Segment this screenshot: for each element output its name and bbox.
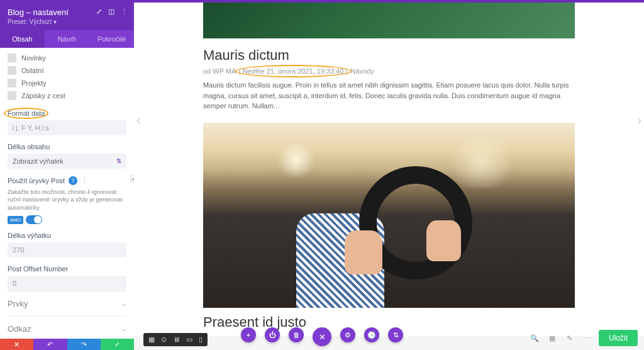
- accordion-link[interactable]: Odkaz⌄: [8, 316, 126, 339]
- layout-icon[interactable]: ◫: [108, 8, 114, 16]
- confirm-button[interactable]: ✓: [101, 339, 134, 350]
- search-icon[interactable]: 🔍: [528, 332, 541, 344]
- excerpt-length-input[interactable]: [8, 242, 126, 257]
- category-item[interactable]: Ostatní: [8, 64, 126, 77]
- settings-sidebar: Blog – nastavení Preset: Výchozí ▾ ⤢ ◫ ⋮…: [0, 3, 134, 350]
- close-button[interactable]: ✕: [0, 339, 33, 350]
- prev-arrow-icon[interactable]: ‹: [136, 113, 141, 127]
- tab-design[interactable]: Návrh: [45, 30, 89, 48]
- content-length-label: Délka obsahu: [8, 143, 126, 150]
- tab-advanced[interactable]: Pokročilé: [89, 30, 134, 48]
- view-toolbar: ▦ ⊙ 🖥 ▭ ▯: [143, 333, 208, 346]
- desktop-icon[interactable]: 🖥: [173, 336, 180, 344]
- sidebar-header: Blog – nastavení Preset: Výchozí ▾ ⤢ ◫ ⋮: [0, 3, 134, 30]
- undo-button[interactable]: ↶: [33, 339, 67, 350]
- save-button[interactable]: Uložit: [599, 330, 638, 346]
- excerpts-label: Použít úryvky Post ? ⋮: [8, 176, 126, 185]
- excerpts-toggle[interactable]: [26, 215, 42, 224]
- wireframe-icon[interactable]: ▦: [148, 336, 155, 344]
- power-button[interactable]: ⏻: [265, 327, 280, 342]
- sidebar-footer: ✕ ↶ ↷ ✓: [0, 339, 134, 350]
- edit-icon[interactable]: ✎: [564, 332, 576, 344]
- preview-area: ‹ › Mauris dictum od WP MA | Neděle 21. …: [134, 3, 644, 336]
- more-icon[interactable]: ⋮: [121, 8, 128, 16]
- history-button[interactable]: 🕓: [364, 327, 379, 342]
- post-title[interactable]: Mauris dictum: [203, 47, 575, 64]
- offset-label: Post Offset Number: [8, 265, 126, 273]
- post-meta: od WP MA | Neděle 21. února 2021, 19:33:…: [203, 67, 575, 75]
- more-dots-icon[interactable]: ⋯: [581, 332, 594, 344]
- action-circles: + ⏻ 🗑 ✕ ⚙ 🕓 ⇅: [241, 327, 403, 346]
- right-toolbar: 🔍 ▦ ✎ ⋯ Uložit: [528, 330, 638, 346]
- mobile-icon[interactable]: ▯: [199, 336, 203, 344]
- excerpts-description: Zakažte tuto možnost, chcete-li ignorova…: [8, 188, 126, 212]
- tab-content[interactable]: Obsah: [0, 30, 45, 48]
- close-action-button[interactable]: ✕: [313, 327, 331, 346]
- accordion-elements[interactable]: Prvky⌄: [8, 291, 126, 316]
- help-icon[interactable]: ?: [69, 176, 77, 185]
- content-length-select[interactable]: Zobrazit výňatek: [8, 154, 126, 169]
- date-format-input[interactable]: [8, 120, 126, 135]
- post-excerpt: Mauris dictum facilisis augue. Proin in …: [203, 80, 575, 111]
- category-item[interactable]: Novinky: [8, 52, 126, 64]
- featured-image: [203, 123, 575, 308]
- date-format-label: Formát data: [8, 110, 126, 117]
- zoom-icon[interactable]: ⊙: [161, 336, 167, 344]
- preset-label[interactable]: Preset: Výchozí ▾: [8, 18, 126, 25]
- redo-button[interactable]: ↷: [67, 339, 101, 350]
- tablet-icon[interactable]: ▭: [186, 336, 192, 344]
- chevron-down-icon: ⌄: [121, 325, 126, 333]
- settings-button[interactable]: ⚙: [340, 327, 355, 342]
- add-button[interactable]: +: [241, 327, 256, 342]
- grid-icon[interactable]: ▦: [546, 332, 558, 344]
- post-date: | Neděle 21. února 2021, 19:33:40 |: [238, 67, 349, 75]
- sort-button[interactable]: ⇅: [388, 327, 403, 342]
- excerpt-length-label: Délka výňatku: [8, 232, 126, 239]
- sidebar-body: Novinky Ostatní Projekty Zápisky z cest …: [0, 48, 134, 339]
- options-icon[interactable]: ⋮: [81, 177, 88, 185]
- featured-image: [203, 3, 575, 38]
- settings-tabs: Obsah Návrh Pokročilé: [0, 30, 134, 48]
- offset-input[interactable]: [8, 276, 126, 291]
- category-item[interactable]: Projekty: [8, 77, 126, 89]
- chevron-down-icon: ⌄: [121, 300, 126, 308]
- toggle-yes-label: ANO: [8, 216, 23, 224]
- next-arrow-icon[interactable]: ›: [637, 113, 641, 127]
- category-item[interactable]: Zápisky z cest: [8, 89, 126, 102]
- expand-icon[interactable]: ⤢: [96, 8, 102, 16]
- delete-button[interactable]: 🗑: [289, 327, 304, 342]
